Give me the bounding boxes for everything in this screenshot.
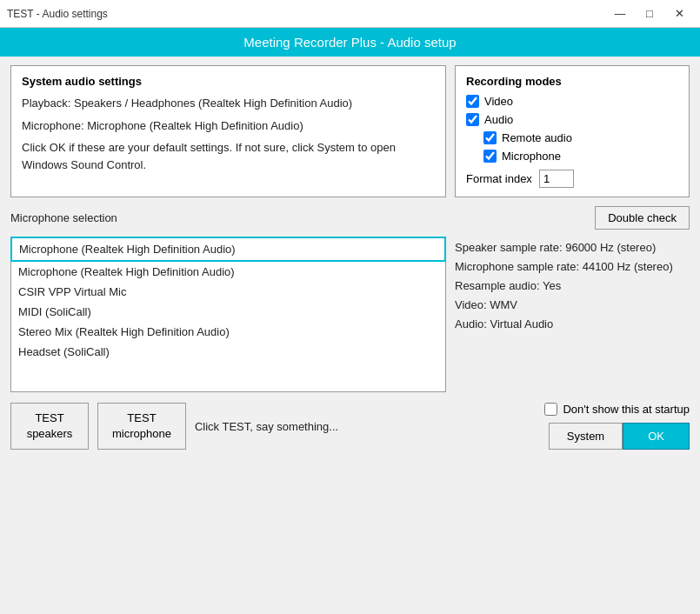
- video-row: Video: [466, 95, 678, 108]
- test-microphone-button[interactable]: TESTmicrophone: [97, 403, 186, 450]
- window-title: TEST - Audio settings: [7, 8, 108, 20]
- title-bar: TEST - Audio settings — □ ✕: [0, 0, 700, 28]
- test-speakers-button[interactable]: TESTspeakers: [10, 403, 89, 450]
- click-test-label: Click TEST, say something...: [195, 420, 338, 433]
- action-buttons: System OK: [549, 423, 690, 450]
- ok-button[interactable]: OK: [623, 423, 690, 450]
- audio-info-panel: Speaker sample rate: 96000 Hz (stereo) M…: [455, 237, 690, 392]
- double-check-button[interactable]: Double check: [595, 206, 690, 230]
- audio-label: Audio: [484, 113, 513, 126]
- bottom-row: TESTspeakers TESTmicrophone Click TEST, …: [10, 403, 690, 450]
- format-row: Format index: [466, 170, 678, 188]
- close-button[interactable]: ✕: [665, 4, 693, 23]
- microphone-listbox-container: Microphone (Realtek High Definition Audi…: [10, 237, 446, 392]
- dont-show-checkbox[interactable]: [544, 403, 557, 416]
- header-title: Meeting Recorder Plus - Audio setup: [243, 35, 456, 50]
- mic-rate-text: Microphone sample rate: 44100 Hz (stereo…: [455, 257, 690, 277]
- format-input[interactable]: [539, 170, 574, 188]
- maximize-button[interactable]: □: [636, 4, 663, 23]
- recording-modes-title: Recording modes: [466, 75, 678, 88]
- format-label: Format index: [466, 172, 532, 185]
- dont-show-row: Don't show this at startup: [544, 403, 690, 416]
- list-item[interactable]: Microphone (Realtek High Definition Audi…: [11, 262, 445, 282]
- microphone-listbox[interactable]: Microphone (Realtek High Definition Audi…: [10, 262, 446, 392]
- microphone-selection-row: Microphone selection Double check: [10, 206, 690, 230]
- instruction-text: Click OK if these are your default setti…: [22, 139, 435, 173]
- main-content: System audio settings Playback: Speakers…: [0, 57, 700, 458]
- remote-audio-checkbox[interactable]: [483, 131, 497, 144]
- remote-audio-row: Remote audio: [483, 131, 678, 144]
- list-item[interactable]: Stereo Mix (Realtek High Definition Audi…: [11, 322, 445, 342]
- microphone-selected-display: Microphone (Realtek High Definition Audi…: [10, 237, 446, 262]
- playback-text: Playback: Speakers / Headphones (Realtek…: [22, 95, 435, 112]
- header-banner: Meeting Recorder Plus - Audio setup: [0, 28, 700, 57]
- list-item[interactable]: MIDI (SoliCall): [11, 302, 445, 322]
- audio-checkbox[interactable]: [466, 113, 479, 126]
- system-button[interactable]: System: [549, 423, 623, 450]
- speaker-rate-text: Speaker sample rate: 96000 Hz (stereo): [455, 238, 690, 257]
- microphone-text: Microphone: Microphone (Realtek High Def…: [22, 117, 435, 135]
- minimize-button[interactable]: —: [606, 4, 634, 23]
- list-item[interactable]: Headset (SoliCall): [11, 342, 445, 362]
- title-bar-controls: — □ ✕: [606, 4, 693, 23]
- video-checkbox[interactable]: [466, 95, 479, 108]
- microphone-mode-label: Microphone: [502, 150, 561, 163]
- remote-audio-label: Remote audio: [502, 131, 572, 144]
- recording-modes-panel: Recording modes Video Audio Remote audio…: [455, 65, 690, 197]
- system-audio-title: System audio settings: [22, 75, 435, 88]
- list-item[interactable]: CSIR VPP Virtual Mic: [11, 282, 445, 302]
- video-format-text: Video: WMV: [455, 296, 690, 315]
- top-row: System audio settings Playback: Speakers…: [10, 65, 690, 197]
- video-label: Video: [484, 95, 513, 108]
- system-audio-panel: System audio settings Playback: Speakers…: [10, 65, 446, 197]
- audio-row: Audio: [466, 113, 678, 126]
- microphone-mode-row: Microphone: [483, 150, 678, 163]
- microphone-selection-label: Microphone selection: [10, 211, 117, 224]
- bottom-right: Don't show this at startup System OK: [544, 403, 690, 450]
- resample-text: Resample audio: Yes: [455, 277, 690, 296]
- middle-row: Microphone (Realtek High Definition Audi…: [10, 237, 690, 392]
- audio-format-text: Audio: Virtual Audio: [455, 315, 690, 334]
- title-bar-left: TEST - Audio settings: [7, 8, 108, 20]
- dont-show-label: Don't show this at startup: [563, 403, 690, 416]
- microphone-mode-checkbox[interactable]: [483, 150, 497, 163]
